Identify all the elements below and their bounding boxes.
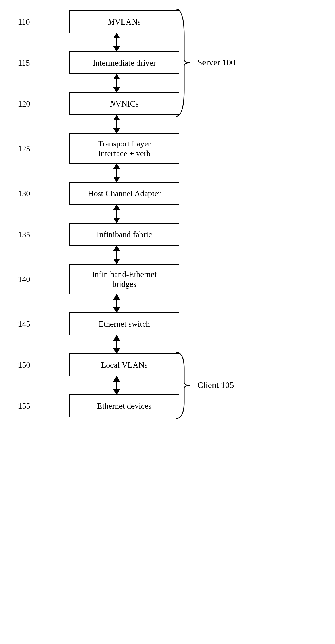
diagram-row: 110M VLANs — [10, 10, 318, 33]
bidirectional-arrow — [62, 294, 172, 312]
diagram-box: M VLANs — [69, 10, 179, 33]
reference-number: 115 — [10, 58, 69, 68]
reference-number: 145 — [10, 319, 69, 329]
diagram-row: 155Ethernet devices — [10, 394, 318, 417]
reference-number: 135 — [10, 230, 69, 239]
bidirectional-arrow — [62, 115, 172, 133]
bidirectional-arrow — [62, 74, 172, 92]
diagram-row: 135Infiniband fabric — [10, 223, 318, 246]
diagram-box: Ethernet devices — [69, 394, 179, 417]
bidirectional-arrow — [62, 164, 172, 182]
diagram-box: Local VLANs — [69, 353, 179, 376]
group-label: Server 100 — [197, 58, 235, 67]
reference-number: 150 — [10, 360, 69, 370]
group-label: Client 105 — [197, 380, 234, 390]
diagram-box: Infiniband-Ethernetbridges — [69, 264, 179, 294]
diagram-row: 120N VNICs — [10, 92, 318, 115]
bidirectional-arrow — [62, 335, 172, 353]
diagram-box: Host Channel Adapter — [69, 182, 179, 205]
diagram-row: 145Ethernet switch — [10, 312, 318, 335]
reference-number: 130 — [10, 189, 69, 198]
bidirectional-arrow — [62, 246, 172, 264]
reference-number: 140 — [10, 275, 69, 284]
diagram-box: Infiniband fabric — [69, 223, 179, 246]
bidirectional-arrow — [62, 376, 172, 394]
diagram-row: 115Intermediate driver — [10, 51, 318, 74]
diagram-row: 130Host Channel Adapter — [10, 182, 318, 205]
bidirectional-arrow — [62, 205, 172, 223]
diagram-row: 150Local VLANs — [10, 353, 318, 376]
diagram-box: Ethernet switch — [69, 312, 179, 335]
reference-number: 110 — [10, 17, 69, 27]
reference-number: 125 — [10, 144, 69, 153]
diagram-box: Intermediate driver — [69, 51, 179, 74]
diagram-box: N VNICs — [69, 92, 179, 115]
curly-brace — [174, 9, 195, 117]
diagram-row: 140Infiniband-Ethernetbridges — [10, 264, 318, 294]
reference-number: 120 — [10, 99, 69, 109]
diagram-box: Transport LayerInterface + verb — [69, 133, 179, 164]
reference-number: 155 — [10, 401, 69, 411]
bidirectional-arrow — [62, 33, 172, 51]
diagram-row: 125Transport LayerInterface + verb — [10, 133, 318, 164]
curly-brace — [174, 352, 195, 419]
